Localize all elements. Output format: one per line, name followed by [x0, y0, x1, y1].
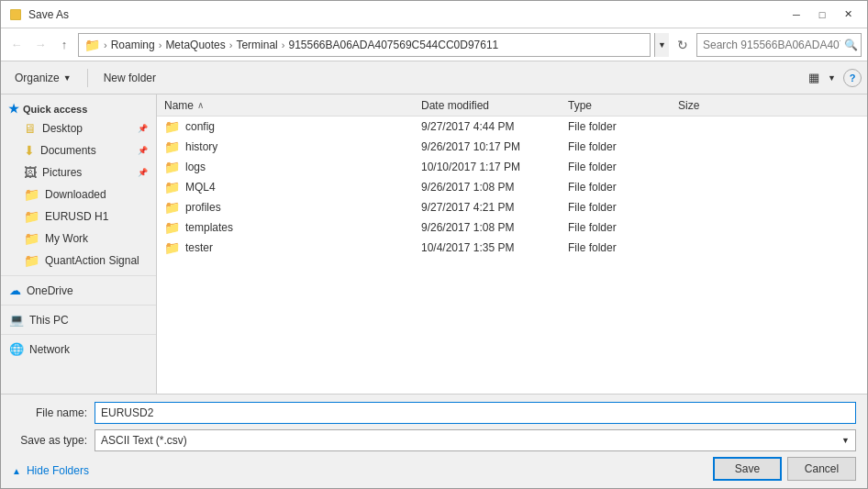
file-date: 9/26/2017 10:17 PM: [414, 140, 561, 153]
filename-row: File name:: [12, 402, 856, 424]
file-name: history: [185, 140, 217, 153]
sidebar-item-onedrive[interactable]: ☁ OneDrive: [1, 280, 156, 301]
cancel-button[interactable]: Cancel: [787, 457, 856, 481]
path-roaming: Roaming: [111, 39, 155, 51]
quantaction-folder-icon: 📁: [24, 253, 39, 268]
pin-icon-pictures: 📌: [138, 168, 148, 177]
file-date: 9/26/2017 1:08 PM: [414, 181, 561, 194]
col-sort-icon: ∧: [197, 100, 204, 110]
network-icon: 🌐: [9, 342, 24, 356]
folder-icon: 📁: [164, 180, 180, 194]
close-button[interactable]: ✕: [836, 6, 860, 24]
quick-access-header[interactable]: ★ Quick access: [1, 98, 156, 117]
new-folder-button[interactable]: New folder: [95, 66, 164, 90]
file-list: 📁 config 9/27/2017 4:44 PM File folder 📁…: [157, 117, 867, 394]
sidebar-item-network-label: Network: [29, 343, 70, 356]
refresh-button[interactable]: ↻: [673, 35, 693, 55]
bottom-area: File name: Save as type: ASCII Text (*.c…: [1, 394, 867, 488]
up-button[interactable]: ↑: [54, 35, 74, 55]
sidebar-item-quantaction-label: QuantAction Signal: [45, 254, 139, 267]
col-name-label: Name: [164, 99, 194, 112]
desktop-folder-icon: 🖥: [24, 121, 37, 136]
sidebar-item-eurusd[interactable]: 📁 EURUSD H1: [1, 206, 156, 228]
filetype-select[interactable]: ASCII Text (*.csv) ▼: [95, 429, 856, 451]
sidebar-item-quantaction[interactable]: 📁 QuantAction Signal: [1, 250, 156, 272]
title-bar-left: Save As: [8, 7, 69, 22]
path-dropdown-button[interactable]: ▼: [654, 33, 669, 57]
downloaded-folder-icon: 📁: [24, 187, 39, 202]
file-name: config: [185, 120, 215, 133]
pictures-folder-icon: 🖼: [24, 165, 37, 180]
filetype-label: Save as type:: [12, 434, 95, 447]
organize-dropdown-icon: ▼: [63, 73, 72, 83]
table-row[interactable]: 📁 history 9/26/2017 10:17 PM File folder: [157, 137, 867, 157]
sidebar-item-mywork[interactable]: 📁 My Work: [1, 228, 156, 250]
title-bar: Save As ─ □ ✕: [1, 1, 867, 28]
col-header-date[interactable]: Date modified: [414, 99, 561, 112]
file-type: File folder: [561, 181, 671, 194]
sidebar-item-desktop[interactable]: 🖥 Desktop 📌: [1, 117, 156, 139]
back-button[interactable]: ←: [6, 35, 27, 55]
quick-access-section: ★ Quick access 🖥 Desktop 📌 ⬇ Documents 📌…: [1, 98, 156, 272]
quick-access-label: Quick access: [23, 104, 87, 115]
thispc-icon: 💻: [9, 313, 24, 327]
col-header-name[interactable]: Name ∧: [157, 99, 414, 112]
sidebar-item-downloaded[interactable]: 📁 Downloaded: [1, 183, 156, 206]
minimize-button[interactable]: ─: [785, 6, 808, 24]
sidebar-item-thispc[interactable]: 💻 This PC: [1, 309, 156, 330]
dialog-icon: [8, 7, 23, 22]
file-type: File folder: [561, 120, 671, 133]
col-header-type[interactable]: Type: [561, 99, 671, 112]
thispc-section: 💻 This PC: [1, 309, 156, 330]
path-id: 915566BA06ADA407569C544CC0D97611: [288, 39, 498, 51]
maximize-button[interactable]: □: [810, 6, 834, 24]
save-button[interactable]: Save: [713, 457, 782, 481]
path-folder-icon: 📁: [84, 38, 100, 52]
file-name: profiles: [185, 201, 221, 214]
path-sep-3: ›: [229, 39, 233, 50]
table-row[interactable]: 📁 profiles 9/27/2017 4:21 PM File folder: [157, 197, 867, 217]
file-type: File folder: [561, 201, 671, 214]
file-list-header: Name ∧ Date modified Type Size: [157, 94, 867, 117]
organize-button[interactable]: Organize ▼: [6, 66, 80, 90]
folder-icon: 📁: [164, 220, 180, 235]
hide-folders-label[interactable]: Hide Folders: [27, 464, 89, 477]
file-name: tester: [185, 241, 213, 254]
col-date-label: Date modified: [421, 99, 489, 112]
documents-folder-icon: ⬇: [24, 143, 35, 158]
path-metaquotes: MetaQuotes: [165, 39, 225, 51]
filename-input[interactable]: [95, 402, 856, 424]
file-type: File folder: [561, 241, 671, 254]
view-dropdown-icon: ▼: [828, 73, 836, 83]
sidebar-item-documents-label: Documents: [40, 144, 96, 157]
help-button[interactable]: ?: [843, 69, 862, 87]
file-type: File folder: [561, 161, 671, 173]
search-input[interactable]: [703, 39, 840, 51]
hide-folders-arrow-icon: ▲: [12, 466, 21, 476]
address-bar: ← → ↑ 📁 › Roaming › MetaQuotes › Termina…: [1, 28, 867, 61]
forward-icon: →: [35, 38, 47, 51]
view-button[interactable]: ▦: [804, 68, 824, 88]
table-row[interactable]: 📁 tester 10/4/2017 1:35 PM File folder: [157, 238, 867, 258]
file-date: 10/10/2017 1:17 PM: [414, 161, 561, 173]
search-box[interactable]: 🔍: [696, 33, 862, 57]
eurusd-folder-icon: 📁: [24, 209, 39, 224]
table-row[interactable]: 📁 config 9/27/2017 4:44 PM File folder: [157, 117, 867, 137]
folder-icon: 📁: [164, 240, 180, 255]
pin-icon-documents: 📌: [138, 146, 148, 155]
col-header-size[interactable]: Size: [671, 99, 744, 112]
file-date: 9/26/2017 1:08 PM: [414, 221, 561, 234]
sidebar-item-pictures[interactable]: 🖼 Pictures 📌: [1, 161, 156, 183]
forward-button[interactable]: →: [30, 35, 50, 55]
network-section: 🌐 Network: [1, 339, 156, 360]
table-row[interactable]: 📁 logs 10/10/2017 1:17 PM File folder: [157, 157, 867, 177]
sidebar-item-network[interactable]: 🌐 Network: [1, 339, 156, 360]
address-path[interactable]: 📁 › Roaming › MetaQuotes › Terminal › 91…: [78, 33, 651, 57]
window-controls: ─ □ ✕: [785, 6, 860, 24]
quick-access-icon: ★: [8, 102, 19, 116]
table-row[interactable]: 📁 templates 9/26/2017 1:08 PM File folde…: [157, 217, 867, 238]
refresh-icon: ↻: [677, 38, 688, 52]
filetype-row: Save as type: ASCII Text (*.csv) ▼: [12, 429, 856, 451]
sidebar-item-documents[interactable]: ⬇ Documents 📌: [1, 139, 156, 161]
table-row[interactable]: 📁 MQL4 9/26/2017 1:08 PM File folder: [157, 177, 867, 197]
